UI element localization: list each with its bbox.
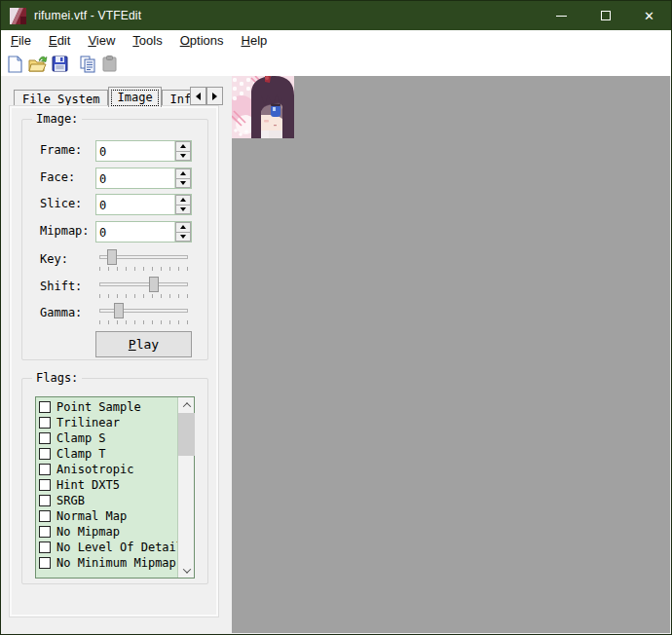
checkbox[interactable] (39, 542, 51, 553)
spin-down-icon (180, 181, 186, 185)
checkbox[interactable] (39, 479, 51, 491)
new-file-button[interactable] (4, 54, 26, 74)
shift-slider[interactable] (95, 275, 192, 298)
flag-label: Point Sample (56, 400, 141, 414)
checkbox[interactable] (39, 432, 51, 444)
tab-file-system[interactable]: File System (14, 90, 108, 107)
checkbox[interactable] (39, 495, 51, 506)
flags-groupbox: Flags: Point Sample Trilinear Clamp S Cl… (21, 378, 208, 584)
checkbox[interactable] (39, 401, 51, 413)
flag-anisotropic[interactable]: Anisotropic (36, 462, 177, 477)
mipmap-input[interactable] (96, 222, 174, 242)
slider-ticks (99, 320, 188, 324)
flag-trilinear[interactable]: Trilinear (36, 415, 177, 430)
key-slider[interactable] (95, 247, 192, 271)
texture-canvas[interactable] (232, 76, 670, 633)
menu-bar: File Edit View Tools Options Help (1, 30, 671, 52)
menu-tools[interactable]: Tools (124, 31, 170, 51)
slider-ticks (99, 267, 188, 271)
spin-up-icon (180, 144, 186, 148)
tab-image-label: Image (117, 91, 152, 104)
flag-label: No Minimum Mipmap (56, 556, 176, 570)
key-label: Key: (40, 252, 68, 266)
menu-help[interactable]: Help (233, 31, 277, 51)
menu-options[interactable]: Options (171, 31, 233, 51)
maximize-button[interactable] (583, 1, 627, 30)
tab-strip: File System Image Info (14, 87, 207, 107)
checkbox[interactable] (39, 510, 51, 522)
flag-no-level-of-detail[interactable]: No Level Of Detail (36, 540, 177, 555)
slice-spin-buttons (174, 195, 191, 214)
flag-clamp-s[interactable]: Clamp S (36, 430, 177, 446)
tab-scroll-right-button[interactable] (206, 87, 223, 105)
save-file-button[interactable] (49, 54, 71, 74)
vtfedit-window: rifumei.vtf - VTFEdit ✕ File Edit View T… (0, 0, 672, 635)
flag-point-sample[interactable]: Point Sample (36, 399, 177, 415)
close-button[interactable]: ✕ (627, 1, 671, 30)
flags-rows: Point Sample Trilinear Clamp S Clamp T A… (36, 397, 177, 578)
play-button[interactable]: Play (95, 331, 192, 357)
slider-ticks (99, 294, 188, 298)
key-slider-thumb[interactable] (107, 249, 117, 265)
side-panel: File System Image Info Image: Frame: (2, 76, 232, 633)
slice-input[interactable] (96, 195, 174, 214)
flag-no-minimum-mipmap[interactable]: No Minimum Mipmap (36, 555, 177, 571)
flag-label: No Mipmap (56, 525, 120, 539)
frame-input[interactable] (96, 141, 174, 161)
flag-normal-map[interactable]: Normal Map (36, 508, 177, 524)
flags-scrollbar[interactable] (177, 397, 194, 578)
flag-label: Normal Map (56, 509, 127, 523)
flag-clamp-t[interactable]: Clamp T (36, 446, 177, 462)
frame-spin-up[interactable] (175, 141, 191, 152)
slice-spin-down[interactable] (175, 205, 191, 215)
scrollbar-thumb[interactable] (178, 413, 195, 456)
flag-srgb[interactable]: SRGB (36, 493, 177, 508)
mipmap-spin-down[interactable] (175, 233, 191, 243)
menu-view[interactable]: View (79, 31, 124, 51)
app-icon (10, 8, 26, 24)
frame-spin-down[interactable] (175, 152, 191, 162)
checkbox[interactable] (39, 464, 51, 475)
image-tab-page: Image: Frame: Face: (10, 106, 218, 616)
tab-scroll-left-button[interactable] (190, 87, 206, 105)
spin-down-icon (180, 235, 186, 239)
spin-down-icon (180, 154, 186, 158)
gamma-slider-thumb[interactable] (114, 303, 124, 318)
mipmap-label: Mipmap: (40, 224, 90, 238)
slice-spin-up[interactable] (175, 195, 191, 205)
texture-preview-image[interactable] (232, 76, 294, 138)
flag-hint-dxt5[interactable]: Hint DXT5 (36, 477, 177, 493)
tab-image[interactable]: Image (108, 87, 161, 107)
checkbox[interactable] (39, 417, 51, 429)
flag-no-mipmap[interactable]: No Mipmap (36, 524, 177, 540)
checkbox[interactable] (39, 448, 51, 460)
shift-label: Shift: (40, 280, 82, 293)
shift-slider-thumb[interactable] (149, 277, 159, 292)
menu-file[interactable]: File (2, 31, 40, 51)
paste-button-disabled (98, 54, 121, 74)
minimize-button[interactable] (540, 1, 583, 30)
face-spin-down[interactable] (175, 179, 191, 189)
spin-up-icon (180, 198, 186, 202)
face-spin-up[interactable] (175, 168, 191, 179)
tab-scroll-arrows (190, 87, 223, 105)
face-input[interactable] (96, 168, 174, 188)
open-folder-icon (28, 56, 48, 73)
tab-file-system-label: File System (22, 93, 99, 106)
checkbox[interactable] (39, 526, 51, 538)
mipmap-spin-up[interactable] (175, 222, 191, 233)
scroll-down-button[interactable] (178, 563, 195, 578)
gamma-slider[interactable] (95, 301, 192, 324)
main-area: File System Image Info Image: Frame: (2, 76, 670, 633)
menu-edit[interactable]: Edit (40, 31, 79, 51)
new-file-icon (7, 56, 23, 73)
open-file-button[interactable] (26, 54, 49, 74)
copy-button[interactable] (76, 54, 98, 74)
toolbar (1, 52, 671, 76)
flags-checklist: Point Sample Trilinear Clamp S Clamp T A… (35, 396, 195, 579)
minimize-icon (556, 16, 567, 17)
scroll-up-button[interactable] (178, 397, 195, 412)
flags-group-label: Flags: (32, 371, 82, 385)
chevron-down-icon (182, 565, 190, 573)
checkbox[interactable] (39, 557, 51, 569)
